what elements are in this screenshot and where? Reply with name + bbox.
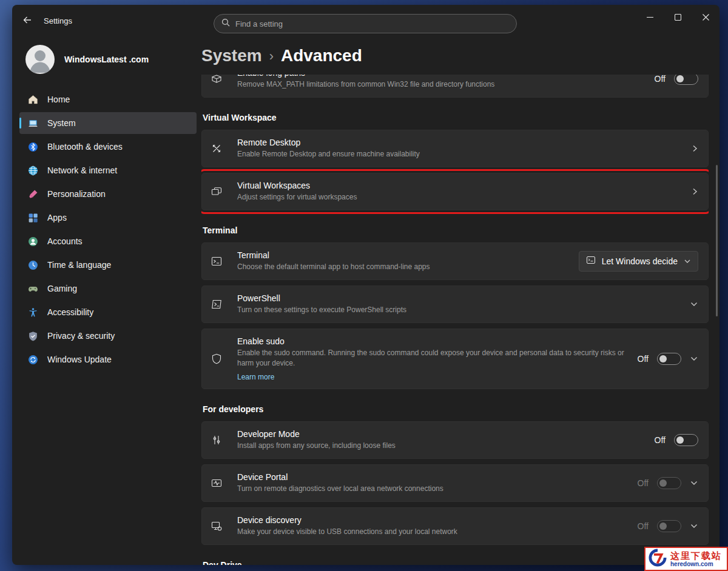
setting-description: Turn on these settings to execute PowerS… (237, 305, 406, 315)
breadcrumb: System › Advanced (201, 44, 709, 67)
setting-description: Enable Remote Desktop and ensure machine… (237, 149, 420, 159)
breadcrumb-system[interactable]: System (201, 45, 262, 67)
toggle-knob (676, 75, 684, 82)
toggle-state-label: Off (655, 75, 666, 84)
developer-mode-toggle[interactable] (674, 434, 698, 446)
chevron-down-icon (690, 301, 698, 307)
setting-description: Enable the sudo command. Running the sud… (237, 348, 625, 369)
setting-row-enable-sudo[interactable]: Enable sudo Enable the sudo command. Run… (201, 329, 709, 389)
sidebar-item-label: Privacy & security (47, 331, 115, 341)
settings-window: Settings (12, 5, 720, 565)
sidebar-item-windows-update[interactable]: Windows Update (19, 349, 197, 370)
sidebar-item-label: Bluetooth & devices (47, 142, 123, 152)
sidebar-item-personalization[interactable]: Personalization (19, 183, 197, 205)
watermark-site-name: 这里下载站 (670, 550, 722, 561)
windows-update-icon (28, 355, 38, 365)
enable-sudo-toggle[interactable] (657, 353, 681, 365)
setting-description: Choose the default terminal app to host … (237, 262, 430, 272)
toggle-knob (659, 523, 667, 530)
titlebar: Settings (12, 5, 720, 36)
toggle-knob (659, 355, 667, 362)
long-paths-toggle[interactable] (674, 75, 698, 85)
setting-row-device-portal[interactable]: Device Portal Turn on remote diagnostics… (201, 464, 709, 502)
watermark-logo-icon (649, 549, 667, 569)
remote-desktop-icon (211, 142, 237, 155)
accounts-icon (28, 236, 38, 247)
device-portal-icon (211, 477, 237, 489)
sidebar-item-accounts[interactable]: Accounts (19, 230, 197, 252)
sidebar-item-label: Home (47, 95, 70, 104)
close-icon (703, 13, 709, 22)
setting-row-enable-long-paths[interactable]: Enable long paths Remove MAX_PATH limita… (201, 75, 709, 98)
toggle-state-label: Off (638, 354, 649, 364)
back-button[interactable] (17, 11, 38, 30)
minimize-button[interactable] (636, 5, 664, 30)
shield-icon (211, 353, 237, 365)
setting-row-terminal[interactable]: Terminal Choose the default terminal app… (201, 242, 709, 280)
device-discovery-icon (211, 520, 237, 532)
maximize-icon (675, 13, 681, 22)
time-language-icon (28, 260, 38, 270)
sidebar-item-label: Personalization (47, 189, 106, 199)
sidebar-item-network[interactable]: Network & internet (19, 159, 197, 181)
main-content: System › Advanced Enable long paths Remo… (201, 36, 720, 565)
setting-row-powershell[interactable]: PowerShell Turn on these settings to exe… (201, 286, 709, 323)
setting-row-device-discovery[interactable]: Device discovery Make your device visibl… (201, 507, 709, 545)
search-box[interactable] (214, 14, 517, 33)
setting-description: Turn on remote diagnostics over local ar… (237, 484, 443, 494)
user-profile[interactable]: WindowsLatest .com (19, 40, 197, 79)
toggle-state-label: Off (655, 435, 666, 445)
toggle-state-label: Off (638, 478, 649, 488)
developer-mode-icon (211, 434, 237, 446)
setting-description: Install apps from any source, including … (237, 441, 396, 451)
toggle-knob (676, 436, 684, 444)
setting-title: Device Portal (237, 472, 443, 482)
setting-row-developer-mode[interactable]: Developer Mode Install apps from any sou… (201, 421, 709, 459)
desktop-wallpaper: Settings (0, 0, 728, 571)
maximize-button[interactable] (664, 5, 692, 30)
sidebar-item-home[interactable]: Home (19, 88, 197, 110)
device-discovery-toggle[interactable] (657, 520, 681, 532)
sidebar-item-label: Apps (47, 213, 67, 222)
chevron-down-icon (690, 480, 698, 486)
sidebar-item-system[interactable]: System (19, 112, 197, 134)
avatar (25, 45, 55, 74)
setting-title: Device discovery (237, 515, 457, 525)
setting-title: Developer Mode (237, 429, 396, 439)
system-icon (28, 118, 38, 129)
setting-title: Enable sudo (237, 336, 625, 346)
setting-description: Remove MAX_PATH limitations from common … (237, 79, 494, 90)
setting-title: Virtual Workspaces (237, 181, 357, 190)
sidebar-item-privacy[interactable]: Privacy & security (19, 325, 197, 347)
section-header-terminal: Terminal (203, 225, 709, 235)
home-icon (28, 95, 38, 105)
terminal-app-dropdown[interactable]: Let Windows decide (579, 251, 698, 272)
sidebar-item-apps[interactable]: Apps (19, 207, 197, 229)
chevron-down-icon (690, 523, 698, 529)
accessibility-icon (28, 307, 38, 318)
setting-row-virtual-workspaces[interactable]: Virtual Workspaces Adjust settings for v… (201, 173, 709, 210)
device-portal-toggle[interactable] (657, 477, 681, 489)
long-paths-icon (211, 75, 237, 85)
setting-row-remote-desktop[interactable]: Remote Desktop Enable Remote Desktop and… (201, 130, 709, 167)
toggle-knob (659, 479, 667, 487)
chevron-right-icon (691, 187, 698, 196)
sidebar-item-gaming[interactable]: Gaming (19, 278, 197, 299)
sidebar-item-time-language[interactable]: Time & language (19, 254, 197, 276)
breadcrumb-separator-icon: › (269, 44, 274, 67)
minimize-icon (647, 13, 653, 22)
section-header-dev-drive: Dev Drive (203, 560, 709, 565)
dropdown-selected-value: Let Windows decide (602, 256, 678, 266)
sidebar-item-bluetooth[interactable]: Bluetooth & devices (19, 136, 197, 158)
window-controls (636, 5, 720, 30)
powershell-icon (211, 298, 237, 310)
settings-scroll-area: Enable long paths Remove MAX_PATH limita… (201, 75, 709, 565)
watermark: 这里下载站 heredown.com (644, 547, 728, 571)
sidebar-item-accessibility[interactable]: Accessibility (19, 301, 197, 323)
close-button[interactable] (692, 5, 720, 30)
learn-more-link[interactable]: Learn more (237, 373, 274, 381)
scrollbar-thumb[interactable] (716, 165, 718, 316)
terminal-mini-icon (586, 255, 596, 267)
search-input[interactable] (235, 19, 509, 28)
personalization-icon (28, 189, 38, 199)
